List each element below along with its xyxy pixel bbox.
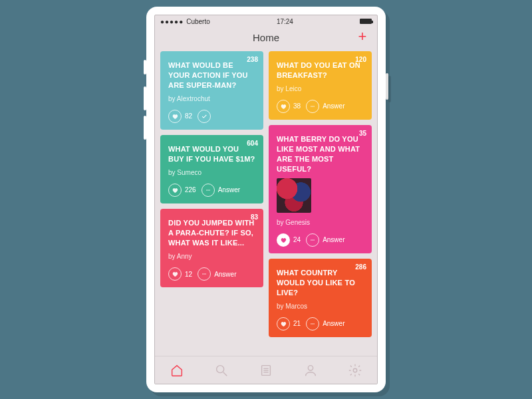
svg-point-4 — [203, 274, 204, 275]
status-left: ●●●●● Cuberto — [160, 18, 210, 25]
svg-line-16 — [223, 372, 227, 376]
like-button[interactable]: 226 — [168, 184, 196, 197]
svg-point-7 — [312, 106, 313, 107]
svg-point-5 — [205, 274, 206, 275]
like-button[interactable]: 12 — [168, 267, 192, 281]
question-text: WHAT WOULD BE YOUR ACTION IF YOU ARE SUP… — [168, 61, 255, 90]
home-icon — [170, 363, 184, 378]
heart-icon — [277, 233, 290, 247]
svg-point-1 — [207, 190, 208, 191]
answer-button[interactable]: Answer — [306, 317, 344, 331]
chat-icon — [201, 184, 215, 197]
question-card[interactable]: 120 WHAT DO YOU EAT ON BREAKFAST? by Lei… — [269, 51, 372, 120]
like-button[interactable]: 82 — [168, 110, 192, 123]
card-actions: 226 Answer — [168, 184, 255, 197]
question-text: WHAT DO YOU EAT ON BREAKFAST? — [277, 61, 364, 80]
heart-icon — [168, 267, 182, 281]
author-label: by Leico — [277, 84, 364, 94]
tab-search[interactable] — [212, 361, 231, 380]
card-actions: 12 Answer — [168, 267, 255, 281]
like-count: 38 — [293, 102, 301, 111]
heart-icon — [277, 317, 290, 331]
question-card[interactable]: 83 DID YOU JUMPED WITH A PARA-CHUTE? IF … — [160, 209, 263, 287]
svg-point-0 — [206, 190, 207, 191]
search-icon — [214, 363, 229, 378]
question-text: WHAT WOULD YOU BUY IF YOU HAVE $1M? — [168, 144, 255, 164]
svg-point-9 — [311, 239, 311, 240]
question-text: DID YOU JUMPED WITH A PARA-CHUTE? IF SO,… — [168, 218, 255, 248]
like-count: 82 — [185, 112, 192, 121]
device-power-button — [386, 73, 388, 100]
tab-profile[interactable] — [301, 361, 320, 380]
svg-point-13 — [312, 323, 313, 324]
answer-button[interactable]: Answer — [201, 184, 240, 197]
card-actions: 38 Answer — [277, 100, 364, 113]
svg-point-12 — [311, 323, 311, 324]
author-label: by Marcos — [277, 302, 364, 311]
question-card[interactable]: 238 WHAT WOULD BE YOUR ACTION IF YOU ARE… — [160, 51, 263, 130]
chat-icon — [198, 267, 211, 281]
answered-check-icon[interactable] — [198, 110, 211, 123]
feed-column-right: 120 WHAT DO YOU EAT ON BREAKFAST? by Lei… — [269, 51, 372, 356]
signal-dots-icon: ●●●●● — [160, 18, 184, 25]
answer-button[interactable]: Answer — [306, 233, 344, 247]
card-actions: 24 Answer — [277, 233, 364, 247]
answer-label: Answer — [323, 102, 344, 111]
tab-home[interactable] — [168, 361, 186, 380]
nav-header: Home + — [155, 27, 377, 47]
card-actions: 21 Answer — [277, 317, 364, 331]
feed-column-left: 238 WHAT WOULD BE YOUR ACTION IF YOU ARE… — [160, 51, 263, 356]
author-label: by Sumeco — [168, 168, 255, 178]
list-icon — [259, 363, 273, 378]
card-actions: 82 — [168, 110, 255, 123]
tab-settings[interactable] — [346, 361, 364, 380]
answer-count: 604 — [247, 139, 258, 148]
add-button[interactable]: + — [354, 29, 370, 45]
like-button[interactable]: 38 — [277, 100, 301, 113]
svg-point-6 — [311, 106, 311, 107]
question-text: WHAT COUNTRY WOULD YOU LIKE TO LIVE? — [277, 268, 364, 298]
like-count: 12 — [185, 270, 192, 279]
author-label: by Alextrochut — [168, 94, 255, 104]
phone-frame: ●●●●● Cuberto 17:24 Home + 238 — [146, 7, 386, 392]
like-count: 24 — [293, 235, 301, 245]
heart-icon — [168, 110, 182, 123]
like-button[interactable]: 24 — [277, 233, 301, 247]
profile-icon — [303, 363, 318, 378]
question-text: WHAT BERRY DO YOU LIKE MOST AND WHAT ARE… — [277, 134, 364, 174]
answer-count: 238 — [247, 55, 258, 65]
chat-icon — [306, 233, 319, 247]
question-card[interactable]: 286 WHAT COUNTRY WOULD YOU LIKE TO LIVE?… — [269, 259, 372, 337]
battery-icon — [360, 19, 372, 24]
svg-point-15 — [217, 365, 224, 372]
question-card[interactable]: 604 WHAT WOULD YOU BUY IF YOU HAVE $1M? … — [160, 135, 263, 203]
like-button[interactable]: 21 — [277, 317, 301, 331]
svg-point-14 — [314, 323, 315, 324]
screen: ●●●●● Cuberto 17:24 Home + 238 — [154, 15, 378, 384]
svg-point-11 — [314, 239, 315, 240]
answer-count: 35 — [359, 129, 366, 138]
heart-icon — [277, 100, 290, 113]
answer-button[interactable]: Answer — [306, 100, 344, 113]
svg-point-2 — [209, 190, 209, 191]
chat-icon — [306, 100, 319, 113]
svg-point-8 — [314, 106, 315, 107]
answer-count: 286 — [355, 263, 366, 272]
like-count: 226 — [185, 186, 196, 195]
tab-bar — [155, 356, 377, 384]
answer-label: Answer — [218, 186, 240, 195]
clock-label: 17:24 — [277, 18, 293, 25]
answer-label: Answer — [214, 270, 236, 279]
feed: 238 WHAT WOULD BE YOUR ACTION IF YOU ARE… — [155, 47, 377, 356]
carrier-label: Cuberto — [186, 18, 210, 25]
tab-list[interactable] — [257, 361, 275, 380]
card-thumbnail — [277, 178, 311, 213]
chat-icon — [306, 317, 319, 331]
answer-count: 120 — [355, 55, 366, 65]
question-card[interactable]: 35 WHAT BERRY DO YOU LIKE MOST AND WHAT … — [269, 125, 372, 253]
answer-button[interactable]: Answer — [198, 267, 236, 281]
page-title: Home — [253, 32, 279, 43]
answer-label: Answer — [323, 319, 344, 329]
status-bar: ●●●●● Cuberto 17:24 — [155, 15, 377, 27]
svg-point-10 — [312, 239, 313, 240]
